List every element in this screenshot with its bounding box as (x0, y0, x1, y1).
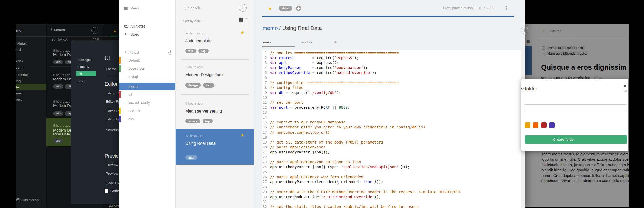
dark-sidebar (16, 24, 46, 208)
sidebar-item-Default[interactable]: Default (128, 58, 140, 62)
star-tab-icon[interactable]: ★ (113, 29, 117, 34)
new-note-button[interactable] (91, 27, 98, 34)
note-time: 8 hours ago (53, 49, 70, 53)
code-line: 27app.use(bodyParser.urlencoded({ extend… (262, 179, 521, 184)
codeblock-checkbox[interactable] (105, 189, 108, 193)
code-line: 1// modules ============================… (262, 50, 521, 55)
main-sidebar: Menu All Notes ★ Stard ▼ Project Default… (119, 0, 176, 208)
add-folder-button[interactable] (168, 50, 172, 55)
note-tags: data (185, 155, 200, 160)
tab-module[interactable]: module (301, 40, 312, 44)
close-icon[interactable]: × (624, 83, 626, 89)
settings-item[interactable]: Code Block Theme (106, 181, 119, 185)
settings-item[interactable]: Preview Font Family (106, 172, 119, 176)
breadcrumb-folder[interactable]: memo (263, 25, 278, 31)
code-line: 24app.use(bodyParser.json({ type: 'appli… (262, 165, 521, 170)
settings-dialog: StoragesHotkeyUIInfo UI Theme Editor Edi… (71, 40, 119, 204)
sidebar-item-laravel_study[interactable]: laravel_study (128, 101, 150, 105)
settings-item[interactable]: Preview Font Size (106, 163, 119, 167)
sidebar-item-css[interactable]: css (128, 117, 134, 121)
note-tags: servertag (185, 119, 215, 124)
note-title[interactable]: Using Real Data (185, 141, 216, 146)
search-icon (183, 6, 185, 8)
color-swatch[interactable] (549, 122, 555, 128)
tag-pill: wip (53, 139, 63, 143)
sidebar-item-Default[interactable]: Default (16, 66, 23, 70)
sidebar-item-Boostnote[interactable]: Boostnote (128, 66, 145, 70)
code-line: 25 (262, 170, 521, 174)
project-header[interactable]: Project (16, 58, 23, 62)
sidebar-item-memo[interactable]: memo (16, 91, 22, 95)
color-swatch[interactable] (525, 122, 530, 128)
code-editor[interactable]: 1// modules ============================… (262, 50, 521, 208)
note-tags: designtool (185, 83, 217, 88)
search-icon (50, 28, 52, 30)
code-line: 20// parse application/json (262, 145, 521, 150)
settings-item[interactable]: Editor Theme (106, 91, 119, 95)
breadcrumb: memo / Using Real Data (263, 25, 322, 31)
code-lang-label: javascript (109, 204, 119, 207)
project-caret-icon[interactable]: ▼ (124, 51, 126, 54)
sort-by-label[interactable]: Sort by date (183, 19, 201, 23)
new-note-button[interactable] (239, 4, 247, 12)
note-star-icon[interactable]: ★ (240, 30, 244, 35)
tag-pill: wip (185, 49, 196, 53)
note-title[interactable]: Mean server setting (185, 109, 222, 114)
sidebar-item-note[interactable]: note (16, 85, 19, 89)
sidebar-item-memo[interactable]: memo (128, 84, 138, 89)
settings-item[interactable]: Editor Font Family (106, 109, 119, 113)
sidebar-item-nodeJs[interactable]: nodeJs (128, 109, 140, 113)
folder-name-input[interactable] (524, 104, 627, 112)
sort-by-label[interactable]: Sort by xxx (51, 38, 68, 41)
folder-color-chip (119, 108, 121, 114)
add-tag-button[interactable] (296, 6, 301, 11)
settings-nav-storages[interactable]: Storages (78, 58, 92, 62)
color-swatch[interactable] (533, 122, 538, 128)
sidebar-item-mysql[interactable]: mysql (16, 79, 21, 83)
sidebar-item-all-notes[interactable]: All Notes (130, 24, 145, 28)
sidebar-item-others[interactable]: others (16, 98, 22, 101)
settings-theme-label[interactable]: Theme (106, 67, 117, 71)
note-title[interactable]: Jade template (185, 38, 212, 43)
tag-pill: tag (198, 49, 209, 53)
sidebar-item-starred[interactable]: Stard (16, 48, 21, 52)
sidebar-item-Boostnote[interactable]: Boostnote (16, 73, 28, 77)
note-tag-pill: data (279, 6, 292, 11)
code-line: 26// parse application/x-www-form-urlenc… (262, 174, 521, 179)
settings-nav-ui[interactable]: UI (78, 72, 82, 76)
new-note-button-right[interactable] (521, 27, 528, 34)
code-line: 10 (262, 95, 521, 100)
menu-label[interactable]: Menu (16, 28, 21, 32)
tab-main[interactable]: main (263, 40, 271, 44)
add-tab-button[interactable]: + (334, 40, 337, 45)
note-star-icon[interactable]: ★ (240, 133, 244, 138)
color-swatch[interactable] (541, 122, 547, 128)
list-view-icon (97, 38, 99, 39)
folder-color-chip (119, 65, 121, 72)
settings-item[interactable]: Editor Font Size (106, 100, 119, 103)
folder-color-chip (119, 57, 121, 64)
code-line: 22 (262, 155, 521, 160)
search-input[interactable]: Search (188, 6, 200, 10)
note-star-icon[interactable]: ★ (268, 6, 272, 11)
create-folder-button[interactable]: Create folder (525, 135, 627, 144)
code-line: 12var port = process.env.PORT || 8080; (262, 105, 521, 110)
code-line: 11// set our port (262, 100, 521, 105)
sidebar-item-git[interactable]: git (128, 92, 132, 96)
settings-preview-heading: Preview (105, 153, 119, 159)
boostnote-main-window: Menu All Notes ★ Stard ▼ Project Default… (119, 0, 525, 208)
settings-item[interactable]: Editor Indent Size (106, 117, 119, 121)
search-input[interactable]: Search (54, 28, 65, 32)
project-header[interactable]: Project (128, 50, 139, 54)
note-title[interactable]: Modern Design Tools (185, 73, 224, 77)
sidebar-item-starred[interactable]: Stard (130, 32, 139, 36)
settings-nav-hotkey[interactable]: Hotkey (78, 65, 89, 69)
settings-item[interactable]: Switching Preview (106, 128, 119, 132)
sidebar-item-mysql[interactable]: mysql (128, 75, 138, 79)
menu-label[interactable]: Menu (130, 6, 139, 10)
blue-divider (262, 16, 514, 17)
sidebar-item-all-notes[interactable]: All Notes (16, 42, 27, 46)
settings-nav-info[interactable]: Info (78, 79, 84, 83)
tag-pill: wip (53, 84, 63, 89)
code-line: 31 (262, 199, 521, 204)
